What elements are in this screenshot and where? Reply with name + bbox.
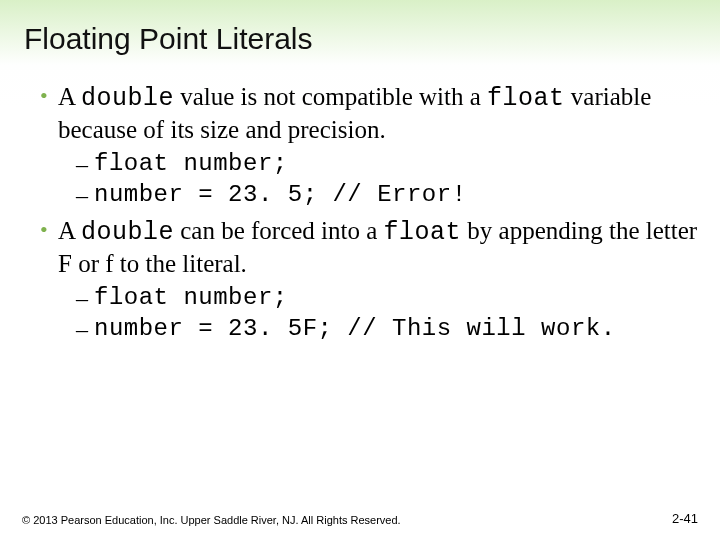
bullet-item: A double can be forced into a float by a… — [40, 216, 698, 344]
code-line: float number; — [76, 149, 698, 180]
page-number: 2-41 — [672, 511, 698, 526]
bullet-text: A double can be forced into a float by a… — [58, 217, 697, 277]
slide-title: Floating Point Literals — [24, 22, 698, 56]
copyright-text: © 2013 Pearson Education, Inc. Upper Sad… — [22, 514, 401, 526]
code-line: float number; — [76, 283, 698, 314]
code-list: float number; number = 23. 5F; // This w… — [58, 283, 698, 344]
bullet-list: A double value is not compatible with a … — [22, 82, 698, 345]
bullet-text: A double value is not compatible with a … — [58, 83, 651, 143]
footer: © 2013 Pearson Education, Inc. Upper Sad… — [22, 514, 698, 526]
bullet-item: A double value is not compatible with a … — [40, 82, 698, 210]
code-list: float number; number = 23. 5; // Error! — [58, 149, 698, 210]
code-line: number = 23. 5F; // This will work. — [76, 314, 698, 345]
code-line: number = 23. 5; // Error! — [76, 180, 698, 211]
